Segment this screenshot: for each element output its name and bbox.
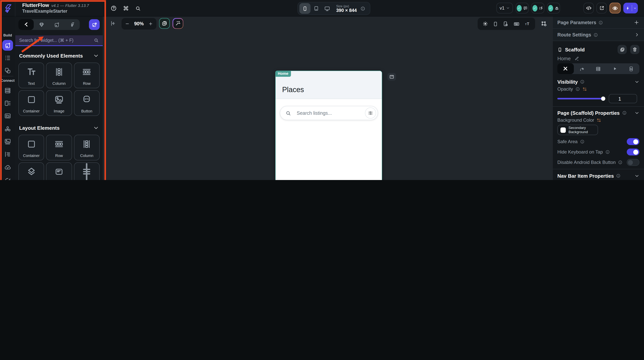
filter-button[interactable] bbox=[365, 107, 376, 119]
info-icon bbox=[594, 33, 598, 37]
zoom-out-button[interactable] bbox=[125, 22, 130, 26]
widget-tile-text[interactable]: Text bbox=[18, 63, 44, 88]
widget-tile-stack[interactable]: Stack bbox=[18, 162, 44, 180]
tab-premium-widgets[interactable] bbox=[34, 19, 49, 30]
issues-status-button[interactable] bbox=[547, 3, 560, 14]
nav-app-state[interactable] bbox=[0, 150, 15, 158]
panel-scrollbar[interactable] bbox=[86, 163, 88, 180]
zoom-level: 90% bbox=[134, 21, 144, 27]
command-palette-icon[interactable] bbox=[123, 5, 129, 12]
conditional-value-icon[interactable] bbox=[596, 118, 602, 123]
check-badge bbox=[548, 5, 553, 11]
widget-tile-container[interactable]: Container bbox=[18, 90, 44, 116]
widget-tile-row[interactable]: Row bbox=[46, 135, 72, 160]
add-parameter-button[interactable] bbox=[634, 20, 640, 25]
visibility-section-header[interactable]: Visibility bbox=[557, 78, 640, 85]
safe-area-toggle[interactable] bbox=[627, 138, 640, 145]
tab-animations[interactable] bbox=[606, 63, 623, 74]
background-color-picker[interactable]: Secondary Background bbox=[557, 125, 598, 135]
widget-search-placeholder: Search for widget... (⌘ + F) bbox=[19, 38, 90, 43]
scaffold-properties-header[interactable]: Page (Scaffold) Properties bbox=[557, 109, 640, 116]
device-frame-icon[interactable] bbox=[492, 21, 498, 27]
w-button-icon: BTN bbox=[82, 94, 92, 105]
canvas-view-options: TT bbox=[478, 18, 535, 30]
slider-thumb[interactable] bbox=[601, 97, 605, 101]
light-dark-mode-icon[interactable] bbox=[482, 21, 488, 27]
design-canvas[interactable]: 90% TT Home Places Search listings... bbox=[103, 17, 552, 180]
opacity-value-input[interactable]: 1 bbox=[609, 94, 637, 103]
optimizations-status-button[interactable] bbox=[531, 3, 544, 14]
route-settings-row[interactable]: Route Settings bbox=[553, 29, 644, 41]
nav-data-types[interactable] bbox=[0, 99, 15, 107]
tab-flutter-widgets[interactable] bbox=[18, 19, 34, 30]
widget-tile-button[interactable]: BTNButton bbox=[74, 90, 100, 116]
nav-tests[interactable] bbox=[0, 177, 15, 180]
search-icon[interactable] bbox=[135, 5, 141, 11]
page-name-badge[interactable]: Home bbox=[275, 70, 291, 77]
text-scale-icon[interactable]: TT bbox=[524, 21, 531, 27]
phone-preview[interactable]: Home Places Search listings... bbox=[275, 71, 382, 180]
info-icon[interactable] bbox=[360, 6, 365, 11]
widget-search-input[interactable]: Search for widget... (⌘ + F) bbox=[15, 35, 103, 46]
opacity-slider-row: 1 bbox=[557, 94, 640, 103]
version-dropdown[interactable]: v1 bbox=[496, 3, 513, 14]
appbar-selector-button[interactable] bbox=[388, 73, 396, 81]
preview-search-field[interactable]: Search listings... bbox=[280, 106, 378, 120]
ai-generate-button[interactable] bbox=[172, 18, 183, 29]
preview-button[interactable] bbox=[610, 3, 620, 14]
canvas-settings-button[interactable] bbox=[538, 18, 549, 29]
w-stack-icon bbox=[26, 166, 36, 177]
tab-page-docs[interactable] bbox=[623, 63, 640, 74]
widget-tile-column[interactable]: Column bbox=[74, 135, 100, 160]
flutterflow-logo-icon[interactable] bbox=[0, 0, 15, 17]
widget-tile-image[interactable]: Image bbox=[46, 90, 72, 116]
comments-status-button[interactable] bbox=[516, 3, 528, 14]
view-code-button[interactable] bbox=[584, 3, 594, 14]
nav-database[interactable] bbox=[0, 87, 15, 94]
svg-text:T: T bbox=[527, 22, 529, 26]
nav-pages[interactable] bbox=[0, 67, 15, 74]
device-overlay-icon[interactable] bbox=[503, 21, 509, 27]
nav-cloud-functions[interactable] bbox=[0, 163, 15, 171]
tab-properties[interactable] bbox=[557, 63, 574, 74]
collapse-panel-icon[interactable] bbox=[110, 20, 116, 27]
widget-tile-card[interactable]: Card bbox=[46, 162, 72, 180]
device-tablet-button[interactable] bbox=[310, 3, 322, 14]
w-column-icon bbox=[82, 139, 92, 149]
nav-page-structure[interactable] bbox=[0, 54, 15, 62]
keyboard-toggle-icon[interactable] bbox=[513, 21, 520, 27]
project-title-block: FlutterFlowv4.1 — Flutter 3.13.7 TravelE… bbox=[22, 2, 89, 14]
hide-keyboard-toggle[interactable] bbox=[627, 148, 640, 155]
opacity-slider[interactable] bbox=[557, 98, 605, 99]
help-icon[interactable] bbox=[110, 5, 117, 12]
tab-custom-widgets[interactable] bbox=[49, 19, 64, 30]
section-header[interactable]: Commonly Used Elements bbox=[15, 52, 103, 59]
delete-widget-button[interactable] bbox=[630, 45, 640, 54]
run-button[interactable] bbox=[623, 3, 638, 14]
preview-appbar[interactable]: Places bbox=[276, 71, 382, 99]
disable-back-toggle[interactable] bbox=[627, 159, 640, 166]
device-phone-button[interactable] bbox=[300, 3, 310, 14]
widget-tile-column[interactable]: Column bbox=[46, 63, 72, 88]
zoom-in-button[interactable] bbox=[148, 22, 153, 26]
widget-tile-container[interactable]: Container bbox=[18, 135, 44, 160]
copy-widget-button[interactable]: D bbox=[618, 45, 627, 54]
nav-media-assets[interactable] bbox=[0, 112, 15, 120]
share-export-button[interactable] bbox=[596, 3, 607, 14]
nav-integrations[interactable] bbox=[0, 125, 15, 133]
page-parameters-row[interactable]: Page Parameters bbox=[553, 17, 644, 28]
tab-backend-query[interactable] bbox=[590, 63, 606, 74]
widget-tile-row[interactable]: Row bbox=[74, 63, 100, 88]
expand-panel-button[interactable] bbox=[89, 19, 100, 30]
tab-actions[interactable] bbox=[574, 63, 590, 74]
tab-flutterflow-components[interactable] bbox=[64, 19, 80, 30]
nav-assets[interactable] bbox=[0, 138, 15, 145]
conditional-value-icon[interactable] bbox=[582, 87, 587, 92]
nav-widget-palette[interactable] bbox=[2, 40, 13, 51]
device-desktop-button[interactable] bbox=[322, 3, 333, 14]
w-column-icon bbox=[54, 67, 64, 77]
edit-name-icon[interactable] bbox=[574, 56, 579, 61]
add-page-button[interactable] bbox=[159, 18, 170, 29]
section-header[interactable]: Layout Elements bbox=[15, 124, 103, 131]
navbar-section-header[interactable]: Nav Bar Item Properties bbox=[557, 172, 640, 179]
